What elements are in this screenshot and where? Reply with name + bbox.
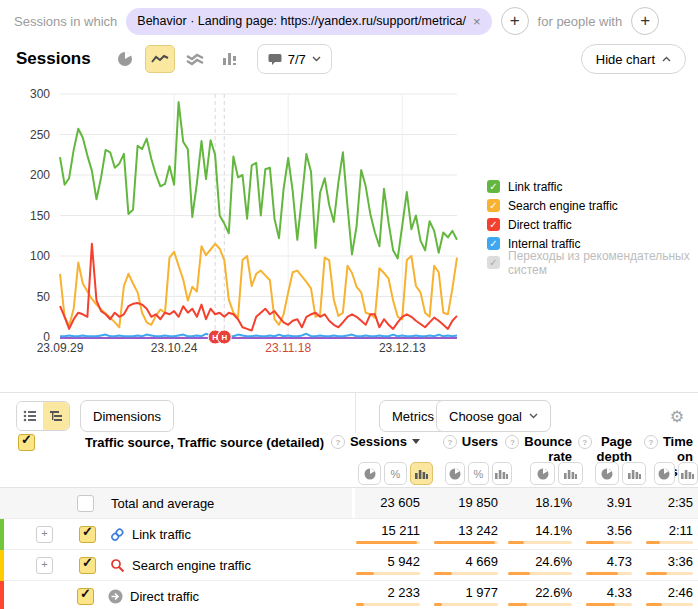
pie-toggle-button[interactable] (358, 462, 381, 485)
link-traffic-icon (110, 527, 125, 542)
help-icon[interactable]: ? (578, 435, 592, 449)
metric-cell: 3:36 (646, 550, 698, 580)
metric-toggle-group (646, 462, 698, 485)
segment-chip[interactable]: Behavior · Landing page: https://yandex.… (126, 8, 491, 35)
percent-display-icon: % (474, 468, 484, 480)
legend-label: Link traffic (508, 180, 562, 194)
legend-checkbox[interactable]: ✓ (487, 256, 500, 269)
metric-header-label: Users (462, 434, 498, 449)
flat-list-view-button[interactable] (17, 402, 43, 430)
row-label[interactable]: Direct traffic (130, 589, 199, 604)
metric-mini-bar (586, 541, 632, 544)
legend-label: Direct traffic (508, 218, 572, 232)
metric-value: 4.33 (607, 586, 632, 600)
table-row[interactable]: + Direct traffic 2 233 1 977 22.6% (0, 581, 698, 609)
row-checkbox[interactable] (79, 526, 96, 543)
metric-cell: 23 605 (355, 488, 433, 518)
pie-toggle-button[interactable] (595, 462, 619, 485)
expand-row-button[interactable]: + (36, 526, 53, 543)
segment-chip-label: Behavior · Landing page: https://yandex.… (137, 14, 466, 28)
legend-item[interactable]: ✓ Search engine traffic (487, 196, 698, 215)
expand-row-button[interactable]: + (36, 557, 53, 574)
tree-view-button[interactable] (43, 402, 69, 430)
metric-value: 2:11 (669, 524, 693, 538)
legend-item[interactable]: ✓ Link traffic (487, 177, 698, 196)
choose-goal-dropdown[interactable]: Choose goal (436, 400, 551, 432)
row-label[interactable]: Total and average (111, 496, 214, 511)
legend-item[interactable]: ✓ Переходы из рекомендательных систем (487, 253, 698, 272)
bars-toggle-button[interactable] (678, 462, 698, 485)
close-icon[interactable]: × (473, 14, 481, 29)
legend-checkbox[interactable]: ✓ (487, 218, 500, 231)
metric-cell: 4 669 (433, 550, 512, 580)
stacked-area-type-button[interactable] (180, 45, 210, 73)
row-label[interactable]: Search engine traffic (132, 558, 251, 573)
metric-value: 23 605 (380, 496, 420, 510)
help-icon[interactable]: ? (505, 435, 519, 449)
metric-header-label: Sessions (350, 434, 407, 449)
bars-toggle-button[interactable] (622, 462, 646, 485)
legend-checkbox[interactable]: ✓ (487, 180, 500, 193)
series-line (60, 334, 457, 336)
row-checkbox[interactable] (79, 557, 96, 574)
y-axis-tick: 150 (30, 209, 50, 223)
percent-display-icon: % (391, 468, 401, 480)
bars-toggle-button[interactable] (410, 462, 433, 485)
legend-checkbox[interactable]: ✓ (487, 237, 500, 250)
column-chart-type-button[interactable] (215, 45, 245, 73)
dimensions-button[interactable]: Dimensions (80, 400, 174, 432)
metric-value: 15 211 (381, 524, 420, 538)
sessions-line-chart: 05010015020025030023.09.2923.10.2423.11.… (2, 84, 472, 364)
help-icon[interactable]: ? (331, 435, 345, 449)
percent-toggle-button[interactable]: % (468, 462, 488, 485)
row-checkbox[interactable] (77, 495, 94, 512)
metric-display-toggles: % % (355, 462, 698, 485)
bars-toggle-button[interactable] (558, 462, 583, 485)
metric-value: 4 669 (465, 555, 498, 569)
pie-display-icon (364, 468, 376, 480)
metric-cell: 22.6% (512, 581, 586, 609)
bars-toggle-button[interactable] (492, 462, 512, 485)
legend-item[interactable]: ✓ Direct traffic (487, 215, 698, 234)
metric-value: 19 850 (458, 496, 498, 510)
legend-label: Search engine traffic (508, 199, 618, 213)
gear-icon[interactable]: ⚙ (670, 407, 684, 426)
bars-display-icon (495, 469, 508, 479)
stacked-area-icon (186, 52, 204, 66)
bars-display-icon (681, 469, 694, 479)
line-chart-type-button[interactable] (145, 45, 175, 73)
help-icon[interactable]: ? (443, 435, 457, 449)
metric-mini-bar (508, 603, 572, 606)
metric-mini-bar (586, 603, 632, 606)
add-people-filter-button[interactable]: + (631, 7, 659, 35)
metric-cell: 2:11 (646, 519, 698, 549)
metric-toggle-group (512, 462, 586, 485)
pie-toggle-button[interactable] (530, 462, 555, 485)
select-all-checkbox[interactable] (18, 434, 35, 451)
metric-value: 1 977 (465, 586, 498, 600)
pie-toggle-button[interactable] (654, 462, 675, 485)
help-icon[interactable]: ? (644, 435, 658, 449)
row-checkbox[interactable] (77, 588, 94, 605)
hide-chart-button[interactable]: Hide chart (581, 44, 686, 74)
comments-dropdown[interactable]: 7/7 (257, 44, 332, 74)
choose-goal-label: Choose goal (449, 409, 522, 424)
metric-value: 4.73 (607, 555, 632, 569)
legend-checkbox[interactable]: ✓ (487, 199, 500, 212)
table-row[interactable]: + Link traffic 15 211 13 242 14.1% (0, 519, 698, 550)
percent-toggle-button[interactable]: % (384, 462, 407, 485)
metric-cell: 4.73 (586, 550, 646, 580)
pie-toggle-button[interactable] (445, 462, 465, 485)
table-row[interactable]: + Search engine traffic 5 942 4 669 24.6… (0, 550, 698, 581)
row-label[interactable]: Link traffic (132, 527, 191, 542)
add-segment-button[interactable]: + (501, 7, 529, 35)
metric-value: 3.56 (607, 524, 632, 538)
pie-chart-type-button[interactable] (110, 45, 140, 73)
dimensions-label: Dimensions (93, 409, 161, 424)
x-axis-tick: 23.11.18 (265, 341, 311, 355)
table-row[interactable]: + Total and average 23 605 19 850 18.1% (0, 488, 698, 519)
metric-value: 2:46 (668, 586, 693, 600)
metric-toggle-group: % (433, 462, 512, 485)
metric-cell: 18.1% (512, 488, 586, 518)
metric-cell: 24.6% (512, 550, 586, 580)
